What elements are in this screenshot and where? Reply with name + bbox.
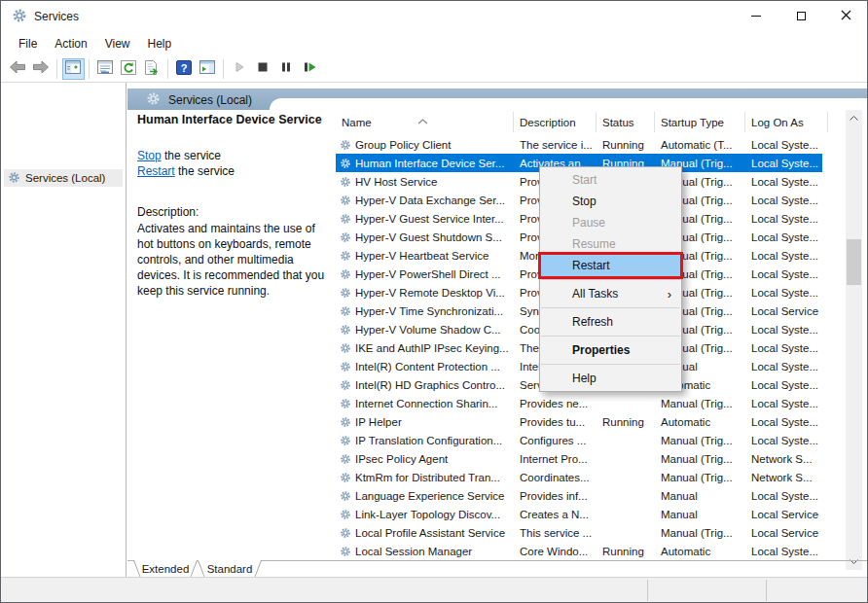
console-tree-panel: Services (Local) — [1, 83, 127, 577]
service-description: Activates and maintains the use of hot b… — [137, 221, 328, 299]
context-menu-item-help[interactable]: Help — [540, 368, 681, 389]
column-header-status[interactable]: Status — [597, 112, 655, 132]
menu-view[interactable]: View — [96, 34, 139, 53]
scroll-down-button[interactable] — [846, 553, 862, 570]
service-name: Internet Connection Sharin... — [355, 398, 497, 409]
service-gear-icon — [340, 435, 351, 446]
stop-service-link[interactable]: Stop — [137, 149, 162, 162]
column-header-log-on-as[interactable]: Log On As — [745, 112, 828, 132]
service-name: Hyper-V PowerShell Direct ... — [355, 268, 501, 280]
service-name: Hyper-V Heartbeat Service — [355, 250, 488, 262]
table-row[interactable]: IP HelperProvides tu...RunningAutomaticL… — [336, 412, 822, 431]
restart-service-link[interactable]: Restart — [137, 164, 175, 178]
tree-item-services-local[interactable]: Services (Local) — [4, 169, 123, 187]
toolbar-forward-button[interactable] — [30, 58, 53, 80]
context-menu-item-all-tasks[interactable]: All Tasks› — [540, 283, 681, 304]
cell-description: Creates a N... — [514, 509, 597, 520]
toolbar-back-button[interactable] — [7, 58, 29, 80]
minimize-button[interactable] — [734, 1, 778, 31]
toolbar-refresh-button[interactable] — [118, 58, 140, 80]
menu-file[interactable]: File — [10, 34, 46, 53]
forward-icon — [32, 60, 50, 77]
cell-log-on-as: Local Syste... — [745, 250, 828, 262]
stop-icon — [256, 60, 270, 77]
context-menu-item-start[interactable]: Start — [540, 169, 681, 191]
service-name: Hyper-V Guest Service Inter... — [355, 213, 504, 225]
scroll-up-button[interactable] — [846, 110, 862, 126]
service-name: Hyper-V Time Synchronizati... — [355, 305, 503, 317]
pause-icon — [279, 60, 293, 77]
context-menu-item-resume[interactable]: Resume — [540, 233, 681, 255]
service-gear-icon — [340, 305, 351, 317]
service-name: Hyper-V Remote Desktop Vi... — [355, 287, 505, 299]
tab-label: Extended — [134, 560, 197, 577]
cell-status: Running — [597, 416, 655, 428]
column-header-startup-type[interactable]: Startup Type — [655, 112, 745, 132]
cell-description: Core Windo... — [514, 546, 597, 557]
service-gear-icon — [340, 527, 351, 539]
table-row[interactable]: Link-Layer Topology Discov...Creates a N… — [336, 505, 822, 523]
service-name: IP Translation Configuration... — [355, 435, 502, 446]
tab-extended[interactable]: Extended — [133, 560, 198, 578]
service-link-line: Restart the service — [137, 163, 235, 179]
status-bar: Stop and Start service Human Interface D… — [1, 577, 867, 602]
cell-log-on-as: Local Syste... — [745, 546, 828, 557]
cell-description: This service ... — [514, 527, 597, 539]
context-menu-item-refresh[interactable]: Refresh — [540, 311, 681, 333]
maximize-button[interactable] — [778, 1, 823, 31]
service-gear-icon — [340, 416, 351, 428]
toolbar-help-button[interactable]: ? — [173, 58, 196, 80]
close-icon — [841, 9, 851, 23]
gear-icon — [146, 91, 161, 110]
service-gear-icon — [340, 324, 351, 336]
toolbar-show-action-pane-button[interactable] — [197, 58, 219, 80]
service-name: Hyper-V Volume Shadow C... — [355, 324, 501, 336]
toolbar-start-service-button[interactable] — [229, 58, 251, 80]
table-row[interactable]: Language Experience ServiceProvides inf.… — [336, 486, 822, 505]
toolbar-export-list-button[interactable] — [141, 58, 163, 80]
table-row[interactable]: KtmRm for Distributed Tran...Coordinates… — [336, 468, 822, 486]
menu-help[interactable]: Help — [139, 34, 181, 53]
menu-action[interactable]: Action — [46, 34, 95, 53]
console-tree-icon — [65, 60, 81, 77]
service-gear-icon — [340, 158, 351, 169]
vertical-scrollbar[interactable] — [846, 110, 862, 570]
service-name: Intel(R) HD Graphics Contro... — [355, 379, 505, 391]
toolbar-restart-service-button[interactable] — [299, 58, 321, 80]
service-gear-icon — [340, 231, 351, 243]
cell-log-on-as: Local Syste... — [745, 231, 828, 243]
table-row[interactable]: Local Session ManagerCore Windo...Runnin… — [336, 542, 822, 560]
table-row[interactable]: Internet Connection Sharin...Provides ne… — [336, 394, 822, 412]
service-name: Local Profile Assistant Service — [355, 527, 505, 539]
close-button[interactable] — [823, 1, 868, 31]
title-bar: Services — [1, 1, 867, 31]
toolbar-separator — [223, 59, 224, 79]
cell-log-on-as: Local Service — [745, 305, 828, 317]
cell-log-on-as: Local Syste... — [745, 287, 828, 299]
service-gear-icon — [340, 176, 351, 188]
cell-log-on-as: Local Service — [745, 509, 828, 520]
table-row[interactable]: IPsec Policy AgentInternet Pro...Manual … — [336, 449, 822, 468]
table-row[interactable]: Local Profile Assistant ServiceThis serv… — [336, 523, 822, 542]
service-name: IKE and AuthIP IPsec Keying... — [355, 342, 509, 354]
tab-standard[interactable]: Standard — [198, 560, 262, 578]
table-row[interactable]: Group Policy ClientThe service i...Runni… — [336, 135, 822, 154]
action-pane-icon — [199, 60, 215, 77]
cell-log-on-as: Network S... — [745, 453, 828, 465]
service-action-links: Stop the serviceRestart the service — [137, 148, 235, 179]
gear-icon — [8, 171, 20, 186]
service-gear-icon — [340, 509, 351, 520]
toolbar-pause-service-button[interactable] — [275, 58, 298, 80]
context-menu-item-stop[interactable]: Stop — [540, 191, 681, 212]
scrollbar-thumb[interactable] — [847, 239, 861, 285]
table-row[interactable]: IP Translation Configuration...Configure… — [336, 431, 822, 449]
toolbar-properties-button[interactable] — [94, 58, 117, 80]
toolbar-stop-service-button[interactable] — [252, 58, 274, 80]
toolbar-show-console-tree-button[interactable] — [62, 58, 85, 80]
minimize-icon — [751, 16, 761, 17]
column-header-description[interactable]: Description — [514, 112, 597, 132]
context-menu-item-pause[interactable]: Pause — [540, 212, 681, 233]
menu-separator — [540, 276, 681, 283]
context-menu-item-properties[interactable]: Properties — [540, 339, 681, 361]
context-menu-item-restart[interactable]: Restart — [540, 255, 681, 276]
